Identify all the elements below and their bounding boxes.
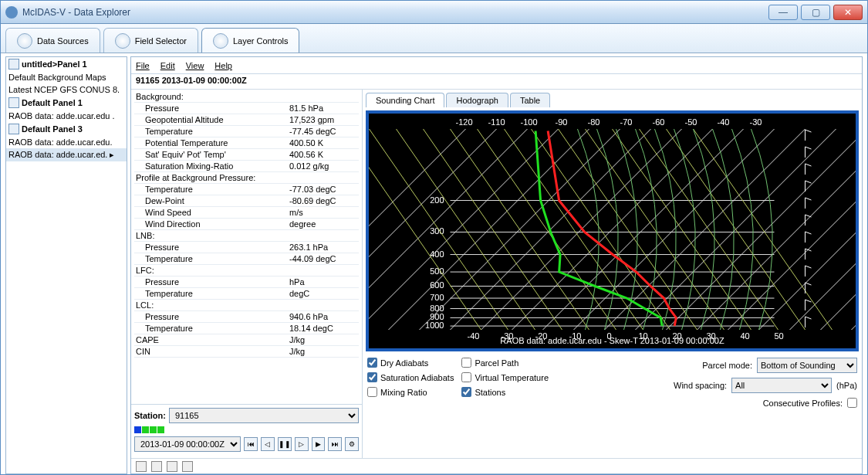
first-button[interactable]: ⏮ xyxy=(244,437,258,451)
layer-tree[interactable]: untitled>Panel 1 Default Background Maps… xyxy=(5,56,127,474)
tab-sounding-chart[interactable]: Sounding Chart xyxy=(366,93,444,107)
chk-saturation-adiabats[interactable]: Saturation Adiabats xyxy=(367,372,454,382)
data-label: Background: xyxy=(134,91,289,102)
consecutive-label: Consecutive Profiles: xyxy=(763,399,843,408)
svg-text:40: 40 xyxy=(740,331,749,341)
data-label: Potential Temperature xyxy=(134,137,289,148)
tab-field-selector[interactable]: Field Selector xyxy=(103,28,198,53)
tree-panel1[interactable]: untitled>Panel 1 xyxy=(22,59,87,69)
menu-file[interactable]: File xyxy=(136,61,150,70)
data-value: 400.50 K xyxy=(289,137,359,148)
tab-layer-controls[interactable]: Layer Controls xyxy=(201,28,300,53)
tree-item[interactable]: RAOB data: adde.ucar.edu. xyxy=(6,136,127,148)
chk-consecutive[interactable] xyxy=(847,398,857,408)
close-button[interactable]: ✕ xyxy=(833,5,863,20)
svg-line-28 xyxy=(574,129,775,330)
menu-help[interactable]: Help xyxy=(214,61,232,70)
svg-line-44 xyxy=(369,129,481,330)
minimize-button[interactable]: — xyxy=(768,5,798,20)
hand-icon[interactable] xyxy=(182,461,193,472)
parcel-mode-select[interactable]: Bottom of Sounding xyxy=(757,358,857,373)
data-label: Temperature xyxy=(134,253,289,264)
tab-data-sources[interactable]: Data Sources xyxy=(5,28,100,53)
pause-button[interactable]: ❚❚ xyxy=(278,437,292,451)
time-select[interactable]: 2013-01-09 00:00:00Z xyxy=(134,436,241,452)
data-label: Geopotential Altitude xyxy=(134,114,289,125)
svg-line-29 xyxy=(605,129,806,330)
svg-text:700: 700 xyxy=(430,293,444,302)
maximize-button[interactable]: ▢ xyxy=(801,5,830,20)
window-title: McIDAS-V - Data Explorer xyxy=(22,7,768,18)
chk-parcel-path[interactable]: Parcel Path xyxy=(461,358,549,368)
svg-line-46 xyxy=(397,129,535,330)
chk-virtual-temp[interactable]: Virtual Temperature xyxy=(461,372,549,382)
svg-line-20 xyxy=(369,129,528,330)
tree-default1[interactable]: Default Panel 1 xyxy=(22,98,83,107)
station-select[interactable]: 91165 xyxy=(169,408,359,423)
home-icon[interactable] xyxy=(136,461,147,472)
menu-view[interactable]: View xyxy=(186,61,204,70)
chk-stations[interactable]: Stations xyxy=(461,387,549,397)
tree-item[interactable]: RAOB data: adde.ucar.edu . xyxy=(6,110,127,122)
sounding-data-table: Background:Pressure81.5 hPaGeopotential … xyxy=(131,90,362,404)
monitor-icon xyxy=(8,124,19,134)
menu-edit[interactable]: Edit xyxy=(160,61,175,70)
svg-line-47 xyxy=(424,129,562,330)
main-tabs: Data Sources Field Selector Layer Contro… xyxy=(1,24,867,53)
data-value: 81.5 hPa xyxy=(289,103,359,114)
svg-line-37 xyxy=(852,129,856,330)
status-bar xyxy=(131,458,862,473)
data-value: -44.09 degC xyxy=(289,253,359,264)
globe-icon[interactable] xyxy=(151,461,162,472)
monitor-icon xyxy=(8,97,19,108)
svg-line-32 xyxy=(697,129,856,330)
settings-button[interactable]: ⚙ xyxy=(345,437,359,451)
data-value: 263.1 hPa xyxy=(289,242,359,253)
tab-hodograph[interactable]: Hodograph xyxy=(446,93,508,107)
svg-line-97 xyxy=(806,283,812,285)
svg-text:500: 500 xyxy=(430,266,444,276)
svg-text:-120: -120 xyxy=(455,117,472,127)
svg-line-85 xyxy=(806,181,812,183)
fwd-button[interactable]: ▶ xyxy=(312,437,326,451)
chk-dry-adiabats[interactable]: Dry Adiabats xyxy=(367,358,454,368)
data-label: CIN xyxy=(134,346,289,357)
play-button[interactable]: ▷ xyxy=(295,437,309,451)
svg-text:800: 800 xyxy=(430,304,444,313)
tab-table[interactable]: Table xyxy=(510,93,550,107)
tree-default3[interactable]: Default Panel 3 xyxy=(22,124,83,134)
tree-item-selected[interactable]: RAOB data: adde.ucar.ed. ▸ xyxy=(6,148,127,161)
data-label: Sat' Equiv' Pot' Temp' xyxy=(134,149,289,160)
tree-item[interactable]: Default Background Maps xyxy=(6,71,127,83)
magnifier-icon xyxy=(213,33,228,49)
data-label: Wind Direction xyxy=(134,219,289,229)
svg-line-91 xyxy=(806,232,812,234)
chk-mixing-ratio[interactable]: Mixing Ratio xyxy=(367,387,454,397)
data-label: Pressure xyxy=(134,311,289,322)
svg-text:1000: 1000 xyxy=(425,321,444,330)
data-value xyxy=(289,172,359,183)
data-value: 400.56 K xyxy=(289,149,359,160)
svg-text:-100: -100 xyxy=(520,117,537,127)
chart-tabs: Sounding Chart Hodograph Table xyxy=(366,93,859,107)
tree-item[interactable]: Latest NCEP GFS CONUS 8. xyxy=(6,83,127,96)
data-value: degree xyxy=(289,219,359,229)
svg-text:-40: -40 xyxy=(468,331,480,341)
svg-text:-80: -80 xyxy=(588,117,600,127)
svg-line-87 xyxy=(806,198,812,200)
skewt-chart[interactable]: 2003004005006007008009001000-40-30-20-10… xyxy=(366,110,859,351)
svg-line-99 xyxy=(806,300,812,302)
rev-button[interactable]: ◁ xyxy=(261,437,275,451)
svg-text:-50: -50 xyxy=(685,117,697,127)
wind-spacing-select[interactable]: All xyxy=(731,378,832,393)
svg-line-101 xyxy=(806,317,812,319)
data-value: -77.03 degC xyxy=(289,184,359,195)
data-value: degC xyxy=(289,288,359,299)
data-value xyxy=(289,300,359,310)
data-value: m/s xyxy=(289,207,359,218)
data-value: -77.45 degC xyxy=(289,126,359,137)
last-button[interactable]: ⏭ xyxy=(328,437,342,451)
trash-icon[interactable] xyxy=(167,461,177,472)
data-label: Profile at Background Pressure: xyxy=(134,172,289,183)
data-value: 0.012 g/kg xyxy=(289,161,359,171)
